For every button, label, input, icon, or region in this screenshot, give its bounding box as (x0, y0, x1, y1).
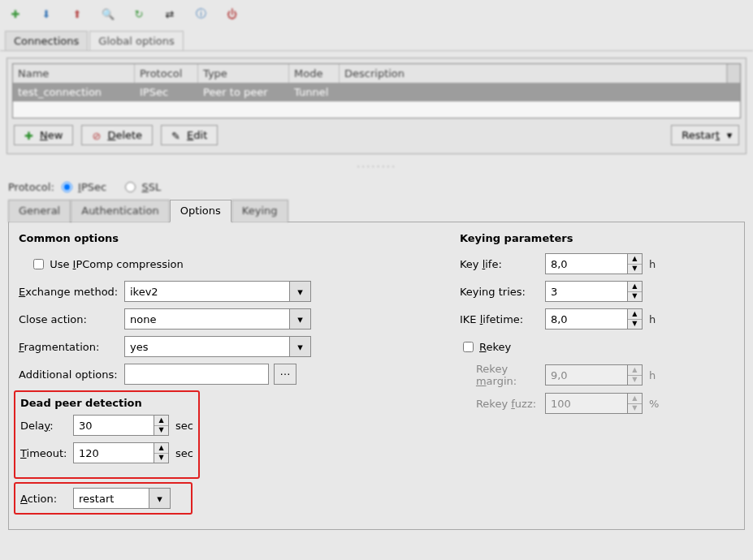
radio-ssl[interactable] (125, 182, 136, 192)
chevron-down-icon[interactable]: ▾ (290, 308, 311, 330)
table-button-row: ✚New ⊘Delete ✎Edit Restart▾ (12, 118, 741, 145)
close-action-label: Close action: (19, 313, 124, 325)
chevron-down-icon[interactable]: ▾ (290, 336, 311, 357)
new-doc-icon[interactable]: ✚ (6, 5, 24, 23)
dpd-action-combo[interactable]: ▾ (73, 488, 171, 509)
additional-options-row: Additional options: … (19, 363, 411, 386)
spin-up-icon[interactable]: ▲ (154, 443, 168, 454)
margin-spin: ▲▼ (545, 364, 643, 386)
cell-description (340, 83, 740, 101)
fragmentation-input[interactable] (124, 336, 290, 357)
ipcomp-checkbox[interactable] (33, 259, 44, 269)
connections-frame: Name Protocol Type Mode Description test… (6, 58, 747, 154)
tab-options[interactable]: Options (170, 200, 232, 222)
th-protocol[interactable]: Protocol (135, 64, 198, 83)
restart-button-label: Restart (682, 129, 720, 141)
keylife-row: Key life: ▲▼ h (460, 252, 734, 275)
cell-name: test_connection (13, 83, 135, 101)
protocol-ipsec[interactable]: IPSec (58, 181, 106, 193)
chevron-down-icon[interactable]: ▾ (724, 129, 735, 141)
dpd-action-input[interactable] (73, 488, 149, 509)
spin-up-icon: ▲ (628, 365, 642, 376)
dpd-delay-spin[interactable]: ▲▼ (73, 415, 169, 436)
spin-down-icon[interactable]: ▼ (628, 265, 642, 274)
keylife-input[interactable] (545, 253, 628, 274)
spin-up-icon[interactable]: ▲ (154, 416, 168, 426)
spin-down-icon[interactable]: ▼ (154, 426, 168, 436)
tab-authentication[interactable]: Authentication (71, 200, 169, 222)
tries-input[interactable] (545, 281, 628, 302)
fuzz-input (545, 393, 628, 414)
keylife-spin[interactable]: ▲▼ (545, 253, 643, 274)
dpd-highlight: Dead peer detection Delay: ▲▼ sec Timeou… (14, 390, 200, 479)
export-icon[interactable]: ⬆ (68, 5, 86, 23)
additional-options-more-button[interactable]: … (274, 364, 296, 385)
dpd-timeout-spin[interactable]: ▲▼ (73, 442, 169, 463)
spin-up-icon[interactable]: ▲ (628, 309, 642, 320)
th-scroll-spacer (727, 64, 740, 83)
dpd-title: Dead peer detection (20, 397, 193, 409)
search-icon[interactable]: 🔍 (99, 5, 117, 23)
delete-button[interactable]: ⊘Delete (81, 125, 153, 145)
tab-keying[interactable]: Keying (232, 200, 288, 222)
new-button[interactable]: ✚New (14, 125, 73, 145)
fragmentation-combo[interactable]: ▾ (124, 336, 311, 357)
exchange-combo[interactable]: ▾ (124, 281, 311, 302)
restart-button[interactable]: Restart▾ (671, 125, 739, 145)
spin-up-icon[interactable]: ▲ (628, 254, 642, 265)
tries-spin[interactable]: ▲▼ (545, 281, 643, 302)
spin-down-icon[interactable]: ▼ (154, 454, 168, 463)
close-action-input[interactable] (124, 308, 290, 330)
chevron-down-icon[interactable]: ▾ (149, 488, 171, 509)
ikelife-label: IKE lifetime: (460, 313, 545, 325)
tab-connections[interactable]: Connections (5, 31, 88, 50)
protocol-row: Protocol: IPSec SSL (0, 178, 753, 200)
exchange-input[interactable] (124, 281, 290, 302)
protocol-ssl[interactable]: SSL (121, 181, 161, 193)
ipcomp-label[interactable]: Use IPComp compression (19, 256, 184, 272)
help-icon[interactable]: ⓘ (192, 5, 210, 23)
ikelife-spin[interactable]: ▲▼ (545, 308, 643, 330)
fragmentation-label: Fragmentation: (19, 341, 124, 353)
close-action-combo[interactable]: ▾ (124, 308, 311, 330)
ipcomp-row: Use IPComp compression (19, 252, 411, 275)
connections-table: Name Protocol Type Mode Description test… (12, 63, 741, 118)
dpd-action-row: Action: ▾ (20, 487, 186, 510)
fuzz-unit: % (643, 398, 659, 410)
rekey-label[interactable]: Rekey (460, 339, 511, 355)
sync-icon[interactable]: ⇄ (161, 5, 179, 23)
quit-icon[interactable]: ⏻ (223, 5, 240, 23)
close-action-row: Close action: ▾ (19, 308, 411, 330)
dpd-delay-label: Delay: (20, 420, 73, 432)
edit-button[interactable]: ✎Edit (161, 125, 218, 145)
spin-down-icon[interactable]: ▼ (628, 320, 642, 330)
chevron-down-icon[interactable]: ▾ (290, 281, 311, 302)
import-icon[interactable]: ⬇ (37, 5, 55, 23)
ikelife-row: IKE lifetime: ▲▼ h (460, 308, 734, 330)
th-description[interactable]: Description (340, 64, 727, 83)
dpd-delay-input[interactable] (73, 415, 154, 436)
tab-global-options[interactable]: Global options (89, 31, 183, 50)
th-mode[interactable]: Mode (289, 64, 340, 83)
sub-tabbar: General Authentication Options Keying (0, 200, 753, 222)
dpd-delay-unit: sec (169, 420, 193, 432)
additional-options-input[interactable] (124, 364, 269, 385)
splitter-handle[interactable]: ········ (0, 161, 753, 173)
radio-ipsec[interactable] (62, 182, 72, 192)
th-name[interactable]: Name (13, 64, 135, 83)
spin-up-icon[interactable]: ▲ (628, 282, 642, 292)
table-row[interactable]: test_connection IPSec Peer to peer Tunne… (13, 83, 740, 101)
tries-row: Keying tries: ▲▼ (460, 280, 734, 303)
th-type[interactable]: Type (198, 64, 289, 83)
additional-options-label: Additional options: (19, 368, 124, 381)
ikelife-input[interactable] (545, 308, 628, 330)
options-panel: Common options Use IPComp compression Ex… (8, 222, 745, 530)
spin-down-icon: ▼ (628, 376, 642, 386)
rekey-checkbox[interactable] (463, 342, 474, 352)
spin-down-icon[interactable]: ▼ (628, 292, 642, 302)
refresh-icon[interactable]: ↻ (130, 5, 148, 23)
dpd-timeout-input[interactable] (73, 442, 154, 463)
edit-button-label: Edit (187, 129, 207, 141)
tab-general[interactable]: General (8, 200, 71, 222)
fuzz-spin: ▲▼ (545, 393, 643, 414)
